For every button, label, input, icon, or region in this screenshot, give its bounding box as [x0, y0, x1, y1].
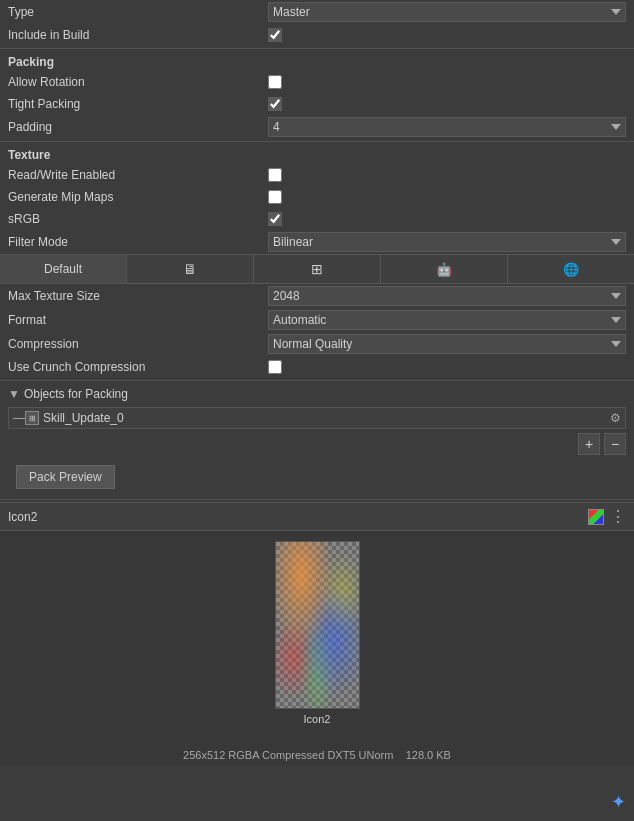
padding-select[interactable]: 2 4 8 16	[268, 117, 626, 137]
more-options-icon[interactable]: ⋮	[610, 507, 626, 526]
tab-default[interactable]: Default	[0, 255, 127, 283]
type-select[interactable]: Master Variant	[268, 2, 626, 22]
include-in-build-row: Include in Build	[0, 24, 634, 46]
preview-image-name: Icon2	[275, 713, 360, 725]
include-in-build-label: Include in Build	[8, 28, 268, 42]
tight-packing-label: Tight Packing	[8, 97, 268, 111]
object-item-label: Skill_Update_0	[43, 411, 610, 425]
crunch-checkbox[interactable]	[268, 360, 282, 374]
max-texture-size-label: Max Texture Size	[8, 289, 268, 303]
android-icon: 🤖	[436, 262, 452, 277]
compression-label: Compression	[8, 337, 268, 351]
preview-header: Icon2 ⋮	[0, 503, 634, 531]
add-remove-row: + −	[0, 431, 634, 457]
preview-dimensions: 256x512 RGBA Compressed DXT5 UNorm	[183, 749, 393, 761]
preview-image-container: Icon2 256x512 RGBA Compressed DXT5 UNorm…	[0, 531, 634, 765]
divider-2	[0, 141, 634, 142]
tight-packing-value	[268, 97, 626, 111]
read-write-checkbox[interactable]	[268, 168, 282, 182]
padding-label: Padding	[8, 120, 268, 134]
tab-android[interactable]: 🤖	[381, 255, 508, 283]
filter-mode-label: Filter Mode	[8, 235, 268, 249]
padding-value: 2 4 8 16	[268, 117, 626, 137]
compression-select[interactable]: None Low Quality Normal Quality High Qua…	[268, 334, 626, 354]
preview-info: 256x512 RGBA Compressed DXT5 UNorm 128.0…	[183, 749, 451, 761]
max-texture-size-row: Max Texture Size 512 1024 2048 4096	[0, 284, 634, 308]
generate-mip-value	[268, 190, 626, 204]
webgl-icon: 🌐	[563, 262, 579, 277]
generate-mip-row: Generate Mip Maps	[0, 186, 634, 208]
remove-object-button[interactable]: −	[604, 433, 626, 455]
preview-section: Icon2 ⋮ Icon2 256x512 RGBA Compressed DX…	[0, 502, 634, 765]
allow-rotation-value	[268, 75, 626, 89]
watermark-icon: ✦	[611, 791, 626, 813]
allow-rotation-row: Allow Rotation	[0, 71, 634, 93]
preview-title: Icon2	[8, 510, 37, 524]
pack-preview-button[interactable]: Pack Preview	[16, 465, 115, 489]
crunch-label: Use Crunch Compression	[8, 360, 268, 374]
tight-packing-checkbox[interactable]	[268, 97, 282, 111]
generate-mip-label: Generate Mip Maps	[8, 190, 268, 204]
format-select[interactable]: Automatic RGB Compressed DXT1 RGBA Compr…	[268, 310, 626, 330]
sprite-preview-image	[275, 541, 360, 709]
crunch-value	[268, 360, 626, 374]
srgb-value	[268, 212, 626, 226]
srgb-checkbox[interactable]	[268, 212, 282, 226]
format-row: Format Automatic RGB Compressed DXT1 RGB…	[0, 308, 634, 332]
tab-webgl[interactable]: 🌐	[508, 255, 634, 283]
windows-icon: ⊞	[311, 261, 323, 277]
allow-rotation-label: Allow Rotation	[8, 75, 268, 89]
divider-4	[0, 499, 634, 500]
platform-tabs: Default 🖥 ⊞ 🤖 🌐	[0, 254, 634, 284]
color-picker-icon[interactable]	[588, 509, 604, 525]
filter-mode-select[interactable]: Point (no filter) Bilinear Trilinear	[268, 232, 626, 252]
sprite-overlay	[276, 542, 359, 708]
sprite-icon: ⊞	[25, 411, 39, 425]
tab-default-label: Default	[44, 262, 82, 276]
preview-header-icons: ⋮	[588, 507, 626, 526]
compression-value: None Low Quality Normal Quality High Qua…	[268, 334, 626, 354]
allow-rotation-checkbox[interactable]	[268, 75, 282, 89]
tab-monitor[interactable]: 🖥	[127, 255, 254, 283]
preview-size: 128.0 KB	[406, 749, 451, 761]
tight-packing-row: Tight Packing	[0, 93, 634, 115]
read-write-row: Read/Write Enabled	[0, 164, 634, 186]
packing-header: Packing	[0, 51, 634, 71]
scroll-container	[0, 499, 634, 500]
format-label: Format	[8, 313, 268, 327]
max-texture-size-select[interactable]: 512 1024 2048 4096	[268, 286, 626, 306]
read-write-label: Read/Write Enabled	[8, 168, 268, 182]
include-in-build-checkbox[interactable]	[268, 28, 282, 42]
type-row: Type Master Variant	[0, 0, 634, 24]
collapse-arrow-icon: ▼	[8, 387, 20, 401]
type-value: Master Variant	[268, 2, 626, 22]
object-list-item: — ⊞ Skill_Update_0 ⚙	[8, 407, 626, 429]
filter-mode-value: Point (no filter) Bilinear Trilinear	[268, 232, 626, 252]
filter-mode-row: Filter Mode Point (no filter) Bilinear T…	[0, 230, 634, 254]
main-panel: Type Master Variant Include in Build Pac…	[0, 0, 634, 765]
generate-mip-checkbox[interactable]	[268, 190, 282, 204]
objects-section-header[interactable]: ▼ Objects for Packing	[0, 383, 634, 405]
object-item-settings-icon[interactable]: ⚙	[610, 411, 621, 425]
crunch-row: Use Crunch Compression	[0, 356, 634, 378]
padding-row: Padding 2 4 8 16	[0, 115, 634, 139]
include-in-build-value	[268, 28, 626, 42]
divider-3	[0, 380, 634, 381]
texture-header: Texture	[0, 144, 634, 164]
read-write-value	[268, 168, 626, 182]
format-value: Automatic RGB Compressed DXT1 RGBA Compr…	[268, 310, 626, 330]
tab-windows[interactable]: ⊞	[254, 255, 381, 283]
type-label: Type	[8, 5, 268, 19]
srgb-label: sRGB	[8, 212, 268, 226]
divider-1	[0, 48, 634, 49]
pack-preview-container: Pack Preview	[0, 457, 634, 497]
max-texture-size-value: 512 1024 2048 4096	[268, 286, 626, 306]
compression-row: Compression None Low Quality Normal Qual…	[0, 332, 634, 356]
monitor-icon: 🖥	[183, 261, 197, 277]
add-object-button[interactable]: +	[578, 433, 600, 455]
preview-image-wrapper: Icon2	[275, 541, 360, 725]
list-item-minus: —	[13, 411, 25, 425]
srgb-row: sRGB	[0, 208, 634, 230]
objects-header-label: Objects for Packing	[24, 387, 128, 401]
